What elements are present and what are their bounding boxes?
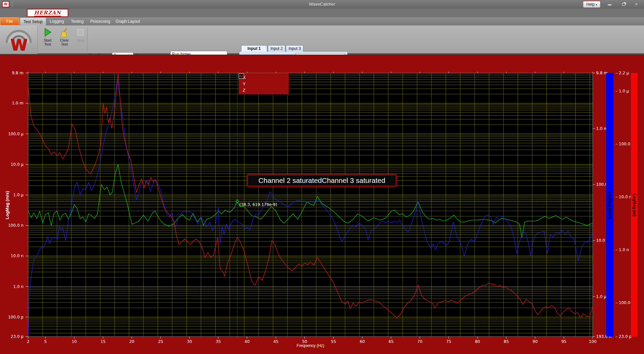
ribbon-tab-testing[interactable]: Testing [67,17,87,25]
plot-canvas[interactable] [0,55,644,354]
y-tick-left: 23.0 p [3,334,23,339]
ribbon-tab-processing[interactable]: Processing [88,17,113,25]
minimize-button[interactable] [604,2,614,7]
restore-button[interactable] [619,2,629,7]
plot-legend[interactable]: XYZ [239,73,289,94]
y-tick-left: 9.8 m [3,71,23,75]
x-tick-60: 60 [358,339,367,344]
y-tick-left: 100.0 µ [3,132,23,136]
wavecatcher-logo-panel: W [0,25,38,54]
tab-input-2[interactable]: Input 2 [268,45,285,52]
y-tick-left: 100.0 n [3,223,23,228]
ribbon-tab-file[interactable]: File [0,17,19,25]
y-axis-label-red: LogMag (m) [632,194,637,216]
svg-text:W: W [10,36,27,54]
tab-input-1[interactable]: Input 1 [241,45,267,52]
x-tick-15: 15 [98,339,108,344]
play-icon [43,27,52,38]
y-tick-right-red: – 23.0 p [616,334,632,339]
x-tick-2: 2 [23,339,33,344]
herzan-logo: HERZAN [27,9,68,17]
help-button[interactable]: Help ▾ [583,1,600,8]
title-bar: W | WaveCatcher Help ▾ × [0,0,644,9]
start-test-button[interactable]: StartTest [40,27,55,53]
x-tick-100: 100 [588,339,597,344]
blue-axis-bar[interactable]: LogMag (m/s²) [606,73,613,337]
y-tick-left: 1.0 m [3,101,23,105]
legend-item-x[interactable]: X [241,74,287,81]
y-axis-label-left: LogMag (m/s) [5,187,10,224]
x-axis-label: Frequency (Hz) [277,343,344,348]
y-axis-label-blue: LogMag (m/s²) [607,191,612,219]
y-tick-right-red: – 2.2 µ [616,71,629,75]
trace-swatch-icon [239,73,244,79]
chevron-down-icon: ▾ [596,3,597,6]
broom-icon [60,27,69,38]
ribbon: W StartTestClearTestStop Start Freq. 2 H… [0,25,644,54]
wavecatcher-window: W | WaveCatcher Help ▾ × HERZAN FileTest… [0,0,644,354]
x-tick-30: 30 [185,339,194,344]
x-tick-80: 80 [473,339,482,344]
x-tick-65: 65 [387,339,396,344]
clear-test-button[interactable]: ClearTest [57,27,72,53]
saturation-annotation: Channel 2 saturatedChannel 3 saturated [247,174,397,187]
logo-band: HERZAN [0,9,644,17]
red-axis-bar[interactable]: LogMag (m) [631,73,638,337]
x-tick-75: 75 [444,339,453,344]
plot-region: 9.8 m1.0 m100.0 µ10.0 µ1.0 µ100.0 n10.0 … [0,55,644,354]
x-tick-35: 35 [214,339,223,344]
stop-icon [76,27,85,38]
y-tick-left: 10.0 µ [3,162,23,167]
legend-item-y[interactable]: Y [241,81,287,87]
x-tick-25: 25 [156,339,165,344]
y-tick-right-red: – 10.0 n [616,195,632,199]
y-tick-right-red: – 1.0 n [616,247,629,252]
cursor-readout: (38.3, 619.179e-9) [239,202,277,207]
x-tick-85: 85 [502,339,511,344]
legend-item-z[interactable]: Z [241,87,287,93]
y-tick-left: 1.0 n [3,284,23,289]
x-tick-10: 10 [69,339,79,344]
ribbon-tab-test-setup[interactable]: Test Setup [20,17,46,25]
tab-input-3[interactable]: Input 3 [286,45,303,52]
close-button[interactable]: × [631,2,641,7]
x-tick-40: 40 [242,339,252,344]
y-tick-right-blue: 1.0 µ [596,294,606,299]
x-tick-90: 90 [530,339,540,344]
ribbon-tab-row: FileTest SetupLoggingTestingProcessingGr… [0,17,644,25]
stop-button: Stop [73,27,88,53]
y-tick-right-red: – 1.0 µ [616,89,629,93]
window-title: WaveCatcher [0,2,644,7]
wavecatcher-logo: W [0,25,38,54]
ribbon-tab-graph-layout[interactable]: Graph Layout [113,17,142,25]
y-tick-left: 10.0 n [3,254,23,258]
y-tick-left: 100.0 p [3,315,23,320]
x-tick-70: 70 [415,339,424,344]
x-tick-95: 95 [559,339,569,344]
ribbon-tab-logging[interactable]: Logging [47,17,67,25]
x-tick-20: 20 [127,339,136,344]
group-separator [87,27,87,52]
x-tick-5: 5 [41,339,50,344]
